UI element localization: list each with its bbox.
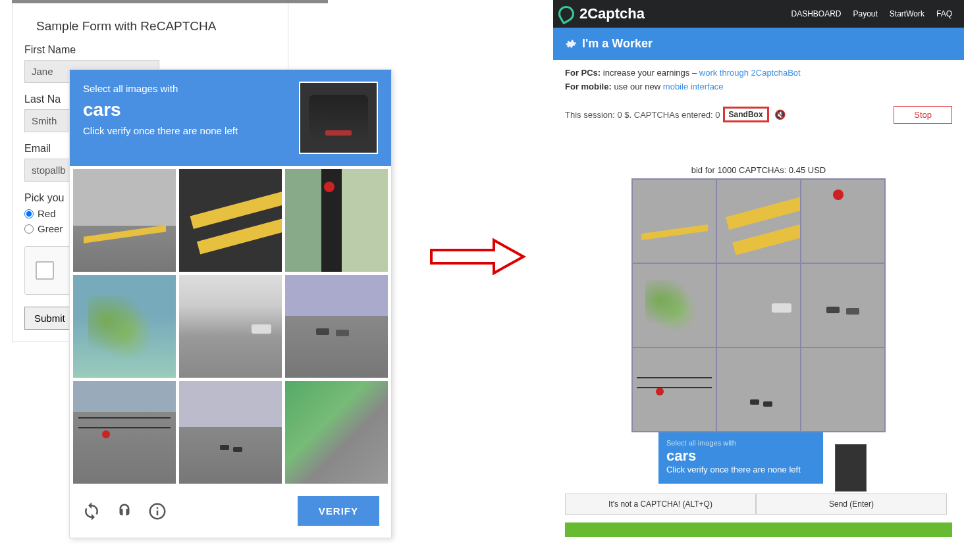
worker-heading: I'm a Worker <box>582 37 653 51</box>
worker-instr-target: cars <box>666 447 815 465</box>
gear-icon <box>565 38 577 50</box>
session-text: This session: 0 $. CAPTCHAs entered: 0 <box>565 110 720 120</box>
brand[interactable]: 2Captcha <box>553 5 645 22</box>
captcha-tile-5[interactable] <box>179 275 282 378</box>
nav-faq[interactable]: FAQ <box>936 9 952 18</box>
send-button[interactable]: Send (Enter) <box>756 494 947 515</box>
worker-tile-6[interactable] <box>801 263 885 347</box>
bid-text: bid for 1000 CAPTCHAs: 0.45 USD <box>553 165 964 175</box>
progress-bar <box>565 522 952 537</box>
nav-startwork[interactable]: StartWork <box>890 9 924 18</box>
tip-mobile-link[interactable]: mobile interface <box>663 82 724 91</box>
worker-instr-top: Select all images with <box>666 439 736 447</box>
worker-tile-5[interactable] <box>716 263 801 347</box>
worker-instruction: Select all images with cars Click verify… <box>658 432 823 484</box>
captcha-tile-7[interactable] <box>73 381 176 484</box>
top-gray-bar <box>12 0 328 3</box>
captcha-tile-3[interactable] <box>285 169 388 272</box>
bottom-buttons: It's not a CAPTCHA! (ALT+Q) Send (Enter) <box>565 494 947 515</box>
worker-tile-9[interactable] <box>801 347 885 432</box>
captcha-prompt-line1: Select all images with <box>83 83 178 94</box>
tip-mobile-prefix: For mobile: <box>565 82 612 91</box>
recaptcha-popup: Select all images with cars Click verify… <box>69 69 392 538</box>
radio-red-label: Red <box>38 208 56 219</box>
captcha-header: Select all images with cars Click verify… <box>70 70 391 166</box>
nav-dashboard[interactable]: DASHBOARD <box>791 9 841 18</box>
captcha-prompt-line2: Click verify once there are none left <box>83 125 238 136</box>
stop-button[interactable]: Stop <box>894 106 952 124</box>
recaptcha-checkbox[interactable] <box>36 261 54 280</box>
audio-icon[interactable] <box>115 501 134 521</box>
worker-tile-4[interactable] <box>632 263 716 347</box>
captcha-tile-4[interactable] <box>73 275 176 378</box>
info-icon[interactable] <box>147 501 167 521</box>
worker-tile-2[interactable] <box>716 179 801 263</box>
worker-captcha-grid <box>631 178 886 432</box>
captcha-grid <box>70 166 391 487</box>
captcha-footer: VERIFY <box>70 487 391 538</box>
speaker-mute-icon[interactable]: 🔇 <box>774 109 786 120</box>
worker-tile-8[interactable] <box>716 347 801 432</box>
tips-block: For PCs: increase your earnings – work t… <box>553 60 964 101</box>
captcha-tile-9[interactable] <box>285 381 388 484</box>
captcha-tile-2[interactable] <box>179 169 282 272</box>
arrow-icon <box>428 237 527 276</box>
tip-mobile-text: use our new <box>612 82 663 91</box>
worker-instr-sub: Click verify once there are none left <box>666 465 801 474</box>
worker-tile-1[interactable] <box>632 179 716 263</box>
worker-panel: 2Captcha DASHBOARD Payout StartWork FAQ … <box>553 0 964 537</box>
captcha-sample-image <box>299 82 378 154</box>
tip-pc-link[interactable]: work through 2CaptchaBot <box>699 68 801 78</box>
submit-button[interactable]: Submit <box>24 307 75 330</box>
tip-pc-prefix: For PCs: <box>565 68 601 78</box>
worker-tile-3[interactable] <box>801 179 885 263</box>
top-nav: 2Captcha DASHBOARD Payout StartWork FAQ <box>553 0 964 28</box>
not-captcha-button[interactable]: It's not a CAPTCHA! (ALT+Q) <box>565 494 756 515</box>
reload-icon[interactable] <box>82 501 101 521</box>
session-row: This session: 0 $. CAPTCHAs entered: 0 S… <box>553 101 964 129</box>
first-name-label: First Name <box>24 44 276 56</box>
sandbox-badge: SandBox <box>723 107 769 122</box>
radio-green-label: Greer <box>38 223 63 234</box>
nav-payout[interactable]: Payout <box>853 9 878 18</box>
worker-heading-bar: I'm a Worker <box>553 28 964 60</box>
captcha-tile-6[interactable] <box>285 275 388 378</box>
worker-tile-7[interactable] <box>632 347 716 432</box>
verify-button[interactable]: VERIFY <box>298 496 379 526</box>
captcha-tile-8[interactable] <box>179 381 282 484</box>
brand-logo-icon <box>556 3 577 25</box>
captcha-target: cars <box>83 97 238 122</box>
radio-green[interactable] <box>24 224 34 234</box>
captcha-tile-1[interactable] <box>73 169 176 272</box>
brand-name: 2Captcha <box>579 5 645 22</box>
tip-pc-text: increase your earnings – <box>601 68 699 78</box>
radio-red[interactable] <box>24 209 34 218</box>
worker-sample-thumb <box>835 444 867 492</box>
form-title: Sample Form with ReCAPTCHA <box>36 19 276 34</box>
